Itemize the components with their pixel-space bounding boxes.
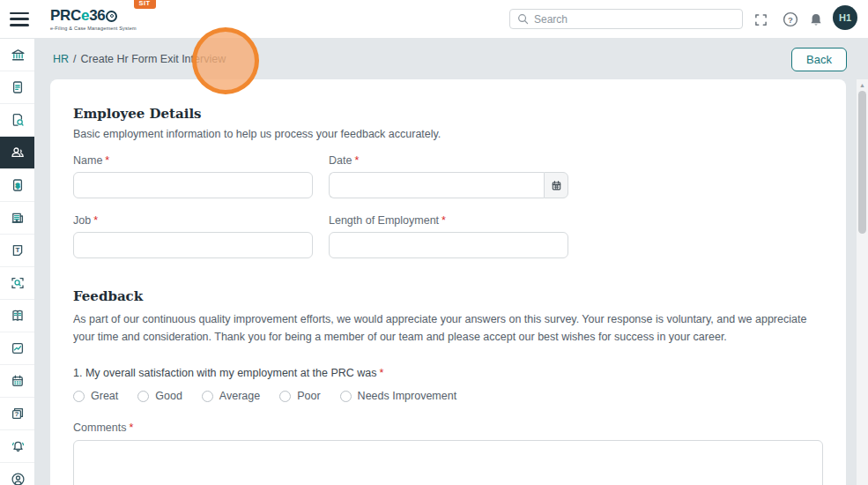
required-marker: * [441, 214, 446, 227]
case-search-icon [11, 113, 25, 127]
radio-button[interactable] [73, 391, 85, 402]
question-1: 1. My overall satisfaction with my emplo… [73, 367, 823, 379]
job-label: Job* [73, 214, 313, 227]
required-marker: * [93, 214, 98, 227]
environment-badge: SIT [134, 0, 156, 9]
name-label: Name* [73, 154, 313, 167]
breadcrumb-root-link[interactable]: HR [53, 53, 69, 65]
hamburger-menu-icon[interactable] [10, 12, 29, 26]
svg-text:?: ? [15, 410, 19, 418]
fullscreen-button[interactable] [752, 11, 769, 28]
template-doc-icon: T [11, 243, 25, 257]
finance-doc-icon: $ [11, 178, 25, 192]
sidebar-item-help-docs[interactable]: ? [0, 398, 35, 430]
name-input[interactable] [73, 172, 313, 198]
sidebar-nav: $ T [0, 39, 35, 485]
feedback-description: As part of our continuous quality improv… [73, 310, 823, 346]
employee-details-subtitle: Basic employment information to help us … [73, 128, 823, 140]
avatar[interactable]: H1 [833, 5, 857, 30]
radio-button[interactable] [137, 391, 149, 402]
date-label: Date* [329, 154, 568, 167]
notifications-button[interactable] [807, 11, 825, 28]
date-picker-button[interactable] [544, 172, 568, 198]
back-button[interactable]: Back [791, 48, 847, 71]
logo-target-icon [106, 11, 117, 22]
form-card: Employee Details Basic employment inform… [50, 79, 846, 485]
sidebar-item-inspect[interactable] [0, 267, 35, 300]
sidebar-item-reports[interactable] [0, 332, 35, 365]
breadcrumb-bar: HR/Create Hr Form Exit Interview Back [35, 39, 868, 79]
sidebar-item-case-search[interactable] [0, 104, 35, 137]
sidebar-item-ledger[interactable] [0, 300, 35, 332]
required-marker: * [105, 154, 109, 167]
inspect-icon [11, 276, 25, 290]
required-marker: * [380, 367, 384, 379]
calendar-icon [551, 180, 562, 191]
calendar-icon [11, 374, 25, 388]
help-icon: ? [783, 11, 798, 27]
scrollbar-up-arrow[interactable]: ▲ [857, 79, 868, 90]
svg-text:$: $ [16, 182, 20, 190]
radio-option-poor[interactable]: Poor [279, 390, 320, 402]
sidebar-item-profile[interactable] [0, 463, 35, 485]
required-marker: * [129, 422, 133, 434]
top-header: PRCe36 e-Filing & Case Management System… [0, 0, 868, 39]
length-of-employment-field-group: Length of Employment* [329, 214, 568, 258]
sidebar-item-alerts[interactable] [0, 430, 35, 463]
svg-text:?: ? [788, 15, 793, 25]
job-input[interactable] [73, 232, 313, 258]
ledger-icon [11, 309, 25, 323]
length-of-employment-label: Length of Employment* [329, 214, 568, 227]
comments-textarea[interactable] [73, 440, 823, 485]
question-1-options: Great Good Average Poor Needs Improvemen… [73, 390, 823, 402]
sidebar-item-institution[interactable] [0, 39, 35, 71]
radio-option-great[interactable]: Great [73, 390, 118, 402]
svg-text:T: T [16, 246, 20, 254]
sidebar-item-organization[interactable] [0, 202, 35, 235]
app-logo[interactable]: PRCe36 e-Filing & Case Management System… [50, 7, 137, 31]
radio-button[interactable] [202, 391, 213, 402]
feedback-title: Feedback [73, 288, 823, 304]
help-button[interactable]: ? [782, 11, 799, 28]
scrollbar-thumb[interactable] [858, 91, 866, 234]
search-icon [517, 13, 529, 25]
alerts-icon [11, 439, 26, 454]
employee-details-title: Employee Details [73, 106, 823, 122]
logo-text-36: 36 [89, 7, 105, 25]
hr-people-icon [10, 145, 26, 160]
radio-button[interactable] [279, 391, 291, 402]
sidebar-item-documents[interactable] [0, 71, 35, 104]
radio-option-needs-improvement[interactable]: Needs Improvement [340, 390, 457, 402]
page-scrollbar[interactable]: ▲ [857, 79, 868, 485]
logo-tagline: e-Filing & Case Management System [50, 26, 137, 31]
employee-fields-grid: Name* Date* Job* Length of Employment* [73, 154, 823, 258]
sidebar-item-calendar[interactable] [0, 365, 35, 398]
sidebar-item-finance[interactable]: $ [0, 169, 35, 202]
radio-option-good[interactable]: Good [137, 390, 182, 402]
profile-icon [11, 472, 26, 485]
date-input[interactable] [329, 172, 544, 198]
logo-text-e: e [81, 7, 89, 25]
sidebar-item-hr[interactable] [0, 137, 35, 169]
comments-label: Comments* [73, 422, 823, 434]
logo-text-prc: PRC [50, 7, 81, 25]
name-field-group: Name* [73, 154, 313, 198]
length-of-employment-input[interactable] [329, 232, 568, 258]
bell-icon [809, 12, 823, 27]
breadcrumb-current: Create Hr Form Exit Interview [81, 53, 226, 65]
document-icon [11, 80, 25, 94]
breadcrumb-separator: / [73, 53, 76, 65]
radio-option-average[interactable]: Average [202, 390, 260, 402]
breadcrumb: HR/Create Hr Form Exit Interview [53, 53, 226, 65]
job-field-group: Job* [73, 214, 313, 258]
date-field-group: Date* [329, 154, 568, 198]
required-marker: * [354, 154, 359, 167]
reports-icon [11, 341, 25, 355]
institution-icon [11, 48, 26, 63]
search-input[interactable] [534, 13, 735, 26]
help-doc-icon: ? [11, 407, 25, 421]
organization-icon [11, 211, 25, 225]
radio-button[interactable] [340, 391, 352, 402]
global-search[interactable] [509, 9, 743, 29]
sidebar-item-templates[interactable]: T [0, 235, 35, 267]
